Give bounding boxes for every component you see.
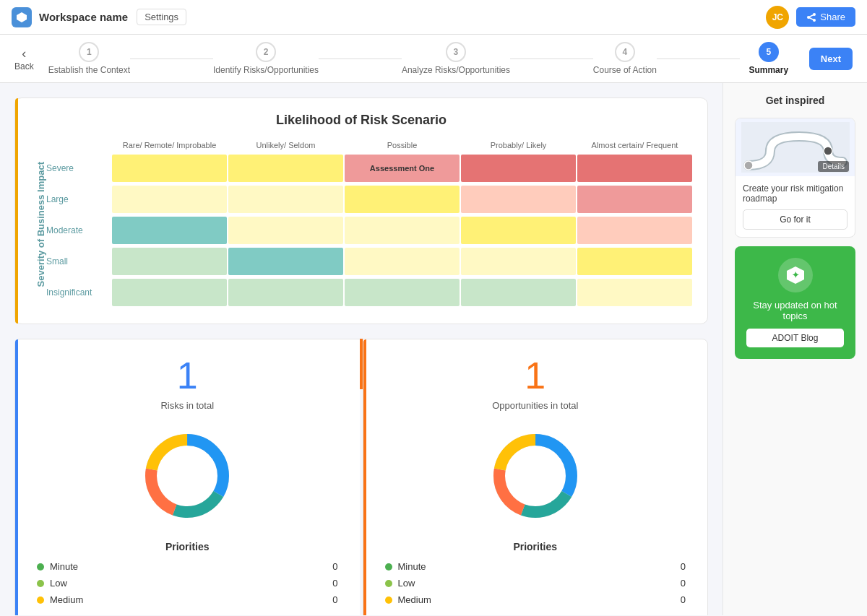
matrix-y-label: Severity of Business Impact xyxy=(30,162,46,287)
matrix-row-large: Large xyxy=(46,185,693,214)
cell-2-3[interactable] xyxy=(461,217,576,244)
cell-3-0[interactable] xyxy=(112,248,227,275)
cell-3-3[interactable] xyxy=(461,248,576,275)
cell-0-1[interactable] xyxy=(228,155,343,182)
cell-4-3[interactable] xyxy=(461,279,576,306)
step-3[interactable]: 3 Analyze Risks/Opportunities xyxy=(402,42,510,75)
share-button[interactable]: Share xyxy=(796,7,855,27)
dot-minute-risk xyxy=(37,563,44,571)
blog-button[interactable]: ADOIT Blog xyxy=(746,329,844,347)
cell-2-1[interactable] xyxy=(228,217,343,244)
risks-count: 1 xyxy=(30,354,345,397)
svg-marker-0 xyxy=(17,12,27,22)
step-3-circle: 3 xyxy=(446,42,466,62)
step-4[interactable]: 4 Course of Action xyxy=(593,42,657,75)
opp-priority-low: Low 0 xyxy=(385,578,686,589)
nav-right: JC Share xyxy=(766,6,855,29)
cell-3-2[interactable] xyxy=(345,248,460,275)
opportunities-card: 1 Opportunities in total Priorities xyxy=(363,339,709,615)
svg-line-5 xyxy=(808,17,814,20)
inspire-desc: Create your risk mitigation roadmap xyxy=(743,183,847,204)
cell-2-4[interactable] xyxy=(577,217,692,244)
row-label-insignificant: Insignificant xyxy=(46,287,111,298)
next-step[interactable]: Next xyxy=(809,48,853,70)
cell-3-1[interactable] xyxy=(228,248,343,275)
opp-priority-minute: Minute 0 xyxy=(385,561,686,572)
label-medium-risk: Medium xyxy=(50,594,83,605)
app-logo xyxy=(12,7,32,27)
inspire-card-roadmap: Details Create your risk mitigation road… xyxy=(735,118,855,238)
risks-card: 1 Risks in total xyxy=(14,339,360,615)
workspace-name: Workspace name xyxy=(39,11,128,23)
cell-4-1[interactable] xyxy=(228,279,343,306)
matrix-row-severe: Severe Assessment One xyxy=(46,154,693,183)
opp-priority-medium: Medium 0 xyxy=(385,594,686,605)
matrix-col-1: Unlikely/ Seldom xyxy=(228,139,344,151)
label-low-opp: Low xyxy=(398,578,415,589)
step-5-circle: 5 xyxy=(759,42,779,62)
dot-medium-opp xyxy=(385,597,392,604)
stepper-steps: 1 Establish the Context 2 Identify Risks… xyxy=(48,42,798,75)
back-arrow-icon: ‹ xyxy=(22,46,26,61)
blog-icon-wrap: ✦ xyxy=(778,258,813,292)
matrix-row-small: Small xyxy=(46,247,693,276)
row-label-large: Large xyxy=(46,194,111,204)
risk-priority-medium: Medium 0 xyxy=(37,594,338,605)
svg-point-17 xyxy=(824,147,832,155)
opportunities-count: 1 xyxy=(378,354,694,397)
cell-0-2[interactable]: Assessment One xyxy=(345,155,460,182)
settings-button[interactable]: Settings xyxy=(137,9,186,25)
step-5[interactable]: 5 Summary xyxy=(740,42,798,75)
step-connector-2 xyxy=(319,58,402,59)
cell-3-4[interactable] xyxy=(577,248,692,275)
row-label-small: Small xyxy=(46,256,111,266)
cell-4-2[interactable] xyxy=(345,279,460,306)
go-for-it-button[interactable]: Go for it xyxy=(743,209,847,230)
step-3-label: Analyze Risks/Opportunities xyxy=(402,65,510,75)
svg-line-4 xyxy=(808,14,814,17)
cell-1-2[interactable] xyxy=(345,186,460,213)
step-1-circle: 1 xyxy=(79,42,99,62)
sidebar-title: Get inspired xyxy=(735,95,855,106)
details-badge: Details xyxy=(818,161,849,172)
risks-priority-list: Minute 0 Low 0 Medium xyxy=(30,561,345,605)
svg-point-18 xyxy=(744,161,753,170)
cell-2-2[interactable] xyxy=(345,217,460,244)
step-2-circle: 2 xyxy=(256,42,276,62)
next-button[interactable]: Next xyxy=(809,48,853,70)
assessment-label: Assessment One xyxy=(370,164,434,173)
cell-0-0[interactable] xyxy=(112,155,227,182)
dot-low-risk xyxy=(37,580,44,587)
matrix-row-moderate: Moderate xyxy=(46,216,693,245)
stats-row: 1 Risks in total xyxy=(14,339,708,615)
step-2[interactable]: 2 Identify Risks/Opportunities xyxy=(213,42,319,75)
share-icon xyxy=(806,12,816,22)
step-connector-3 xyxy=(510,58,593,59)
cell-0-3[interactable] xyxy=(461,155,576,182)
step-4-label: Course of Action xyxy=(593,65,657,75)
step-connector-4 xyxy=(657,58,740,59)
cell-0-4[interactable] xyxy=(577,155,692,182)
opportunities-label: Opportunities in total xyxy=(378,400,694,411)
back-button[interactable]: ‹ Back xyxy=(14,46,34,71)
cell-2-0[interactable] xyxy=(112,217,227,244)
value-minute-risk: 0 xyxy=(332,561,337,572)
cell-4-0[interactable] xyxy=(112,279,227,306)
cell-1-1[interactable] xyxy=(228,186,343,213)
inspire-card-blog: ✦ Stay updated on hot topics ADOIT Blog xyxy=(735,246,855,359)
cell-1-4[interactable] xyxy=(577,186,692,213)
dot-minute-opp xyxy=(385,563,392,571)
cell-4-4[interactable] xyxy=(577,279,692,306)
stepper: ‹ Back 1 Establish the Context 2 Identif… xyxy=(0,35,867,83)
cell-1-0[interactable] xyxy=(112,186,227,213)
sidebar: Get inspired Details Create your risk mi… xyxy=(722,83,867,615)
opportunities-donut xyxy=(378,425,694,526)
step-1[interactable]: 1 Establish the Context xyxy=(48,42,130,75)
user-avatar: JC xyxy=(766,6,789,29)
row-label-moderate: Moderate xyxy=(46,225,111,235)
value-low-opp: 0 xyxy=(681,578,686,589)
value-medium-risk: 0 xyxy=(332,594,337,605)
opportunities-priority-list: Minute 0 Low 0 Medium xyxy=(378,561,694,605)
cell-1-3[interactable] xyxy=(461,186,576,213)
blog-icon: ✦ xyxy=(785,265,806,285)
